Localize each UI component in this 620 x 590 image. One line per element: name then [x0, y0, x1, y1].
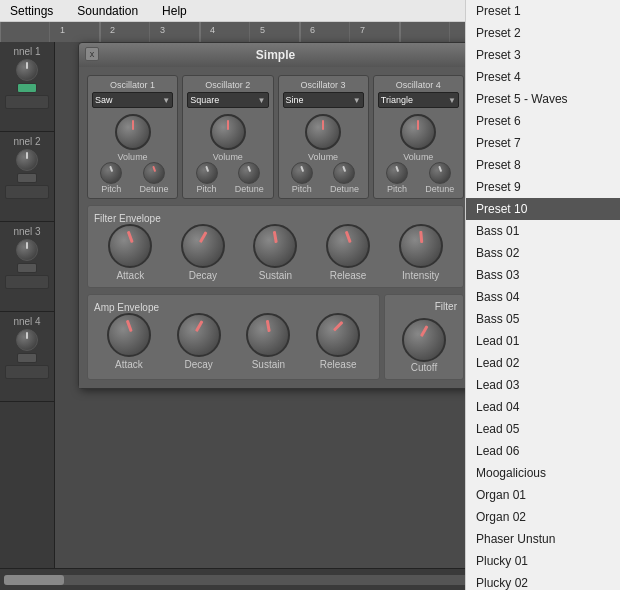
osc-4-detune-knob[interactable] — [429, 162, 451, 184]
dropdown-item-24[interactable]: Phaser Unstun — [466, 528, 620, 550]
dropdown-item-23[interactable]: Organ 02 — [466, 506, 620, 528]
osc-1-waveform: Saw — [95, 95, 113, 105]
filter-intensity-label: Intensity — [402, 270, 439, 281]
amp-sustain-knob[interactable] — [246, 313, 290, 357]
filter-intensity-group: Intensity — [399, 224, 443, 281]
osc-4-volume-label: Volume — [403, 152, 433, 162]
channel-2-btn[interactable] — [17, 173, 37, 183]
channel-2-select[interactable] — [5, 185, 49, 199]
filter-envelope-knobs: Attack Decay Sustain Release Intensity — [94, 224, 457, 281]
channel-1-knob[interactable] — [16, 59, 38, 81]
dropdown-item-16[interactable]: Lead 02 — [466, 352, 620, 374]
osc-1-detune-group: Detune — [135, 162, 174, 194]
channel-1-btn[interactable] — [17, 83, 37, 93]
dropdown-item-14[interactable]: Bass 05 — [466, 308, 620, 330]
filter-release-knob[interactable] — [326, 224, 370, 268]
channel-1-select[interactable] — [5, 95, 49, 109]
dropdown-item-1[interactable]: Preset 2 — [466, 22, 620, 44]
channel-1: nnel 1 — [0, 42, 54, 132]
osc-3-pitch-knob[interactable] — [291, 162, 313, 184]
menu-help[interactable]: Help — [156, 2, 193, 20]
channel-3-knob[interactable] — [16, 239, 38, 261]
oscillator-2: Oscillator 2 Square ▼ Volume Pitch Detun… — [182, 75, 273, 199]
dropdown-item-4[interactable]: Preset 5 - Waves — [466, 88, 620, 110]
osc-2-pitch-knob[interactable] — [196, 162, 218, 184]
scrollbar-thumb[interactable] — [4, 575, 64, 585]
amp-sustain-label: Sustain — [252, 359, 285, 370]
osc-2-label: Oscillator 2 — [205, 80, 250, 90]
dropdown-item-19[interactable]: Lead 05 — [466, 418, 620, 440]
filter-release-label: Release — [330, 270, 367, 281]
filter-attack-group: Attack — [108, 224, 152, 281]
menu-settings[interactable]: Settings — [4, 2, 59, 20]
channel-3-select[interactable] — [5, 275, 49, 289]
osc-3-volume-label: Volume — [308, 152, 338, 162]
osc-1-detune-label: Detune — [139, 184, 168, 194]
channel-3-btn[interactable] — [17, 263, 37, 273]
preset-dropdown: Preset 1Preset 2Preset 3Preset 4Preset 5… — [465, 0, 620, 590]
dropdown-item-26[interactable]: Plucky 02 — [466, 572, 620, 590]
channel-4-label: nnel 4 — [13, 316, 40, 327]
osc-3-arrow-icon: ▼ — [353, 96, 361, 105]
amp-envelope-title: Amp Envelope — [94, 302, 159, 313]
filter-release-group: Release — [326, 224, 370, 281]
dropdown-item-20[interactable]: Lead 06 — [466, 440, 620, 462]
filter-cutoff-knob[interactable] — [402, 318, 446, 362]
filter-intensity-knob[interactable] — [399, 224, 443, 268]
osc-4-volume-knob[interactable] — [400, 114, 436, 150]
amp-decay-knob[interactable] — [177, 313, 221, 357]
amp-release-knob[interactable] — [316, 313, 360, 357]
dropdown-item-0[interactable]: Preset 1 — [466, 0, 620, 22]
dropdown-item-2[interactable]: Preset 3 — [466, 44, 620, 66]
dropdown-item-12[interactable]: Bass 03 — [466, 264, 620, 286]
osc-1-pitch-knob[interactable] — [100, 162, 122, 184]
dropdown-item-5[interactable]: Preset 6 — [466, 110, 620, 132]
dropdown-item-9[interactable]: Preset 10 — [466, 198, 620, 220]
osc-2-select[interactable]: Square ▼ — [187, 92, 268, 108]
osc-3-detune-knob[interactable] — [333, 162, 355, 184]
dropdown-item-15[interactable]: Lead 01 — [466, 330, 620, 352]
filter-attack-knob[interactable] — [108, 224, 152, 268]
osc-2-detune-knob[interactable] — [238, 162, 260, 184]
channel-4-knob[interactable] — [16, 329, 38, 351]
filter-decay-knob[interactable] — [181, 224, 225, 268]
channel-4: nnel 4 — [0, 312, 54, 402]
osc-3-waveform: Sine — [286, 95, 304, 105]
channel-2-knob[interactable] — [16, 149, 38, 171]
menu-soundation[interactable]: Soundation — [71, 2, 144, 20]
amp-attack-label: Attack — [115, 359, 143, 370]
dropdown-item-8[interactable]: Preset 9 — [466, 176, 620, 198]
dropdown-item-22[interactable]: Organ 01 — [466, 484, 620, 506]
synth-window: x Simple Oscillator 1 Saw ▼ Volume Pitch — [78, 42, 473, 389]
osc-3-volume-knob[interactable] — [305, 114, 341, 150]
filter-panel-title: Filter — [391, 301, 457, 312]
channel-4-btn[interactable] — [17, 353, 37, 363]
dropdown-item-18[interactable]: Lead 04 — [466, 396, 620, 418]
dropdown-item-21[interactable]: Moogalicious — [466, 462, 620, 484]
synth-title: Simple — [256, 48, 295, 62]
osc-4-select[interactable]: Triangle ▼ — [378, 92, 459, 108]
filter-sustain-knob[interactable] — [253, 224, 297, 268]
dropdown-item-25[interactable]: Plucky 01 — [466, 550, 620, 572]
dropdown-item-6[interactable]: Preset 7 — [466, 132, 620, 154]
osc-2-volume-knob[interactable] — [210, 114, 246, 150]
channel-4-select[interactable] — [5, 365, 49, 379]
dropdown-item-10[interactable]: Bass 01 — [466, 220, 620, 242]
dropdown-item-7[interactable]: Preset 8 — [466, 154, 620, 176]
osc-1-volume-knob[interactable] — [115, 114, 151, 150]
osc-1-select[interactable]: Saw ▼ — [92, 92, 173, 108]
dropdown-item-17[interactable]: Lead 03 — [466, 374, 620, 396]
osc-4-pitch-knob[interactable] — [386, 162, 408, 184]
dropdown-item-3[interactable]: Preset 4 — [466, 66, 620, 88]
synth-titlebar[interactable]: x Simple — [79, 43, 472, 67]
osc-1-detune-knob[interactable] — [143, 162, 165, 184]
channel-2: nnel 2 — [0, 132, 54, 222]
osc-3-select[interactable]: Sine ▼ — [283, 92, 364, 108]
oscillators-row: Oscillator 1 Saw ▼ Volume Pitch Detune — [87, 75, 464, 199]
channel-2-label: nnel 2 — [13, 136, 40, 147]
amp-release-label: Release — [320, 359, 357, 370]
synth-close-button[interactable]: x — [85, 47, 99, 61]
dropdown-item-11[interactable]: Bass 02 — [466, 242, 620, 264]
amp-attack-knob[interactable] — [107, 313, 151, 357]
dropdown-item-13[interactable]: Bass 04 — [466, 286, 620, 308]
